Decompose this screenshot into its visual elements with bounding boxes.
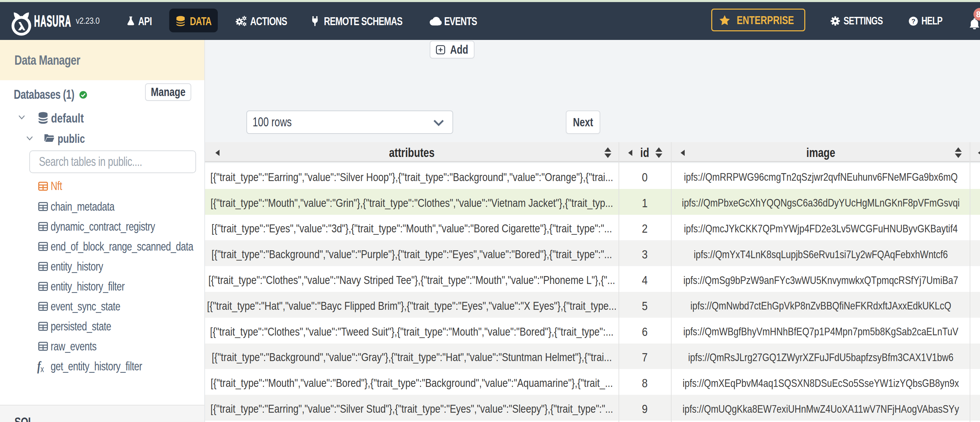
svg-text:?: ? <box>912 17 915 25</box>
